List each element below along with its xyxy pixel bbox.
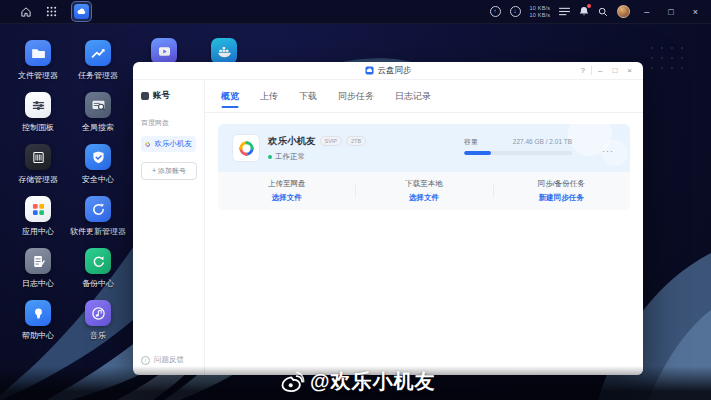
account-badge: SVIP [320, 136, 343, 146]
choose-file-link[interactable]: 选择文件 [218, 193, 355, 203]
tabs-bar: 概览 上传 下载 同步任务 日志记录 [205, 80, 643, 113]
quota-value: 227.46 GB / 2.01 TB [513, 138, 572, 145]
sidebar-header: 账号 [141, 90, 196, 102]
log-journal-icon [25, 248, 51, 274]
app-center-icon [25, 196, 51, 222]
accounts-icon [141, 92, 149, 100]
notification-bell-icon[interactable] [579, 6, 589, 17]
tab-download[interactable]: 下载 [299, 80, 317, 113]
desktop-icon-label: 应用中心 [8, 226, 68, 237]
titlebar-separator [591, 66, 592, 75]
desktop-icon-label: 存储管理器 [8, 174, 68, 185]
desktop-icon-label: 备份中心 [68, 278, 128, 289]
home-icon[interactable] [20, 6, 32, 18]
system-topbar: ↑ ↓ 10 KB/s 10 KB/s – □ × [0, 0, 711, 24]
storage-icon [25, 144, 51, 170]
choose-file-link[interactable]: 选择文件 [355, 193, 492, 203]
new-sync-task-link[interactable]: 新建同步任务 [493, 193, 630, 203]
window-close-button[interactable]: × [623, 62, 636, 80]
movie-play-icon [151, 38, 177, 64]
desktop-icon-log-center[interactable]: 日志中心 [8, 248, 68, 289]
desktop-icon-label: 软件更新管理器 [68, 226, 128, 237]
desktop-icon-app-center[interactable]: 应用中心 [8, 196, 68, 237]
taskbar-running-app-icon[interactable] [71, 1, 92, 22]
account-name: 欢乐小机友 [268, 135, 316, 148]
account-badge: 2TB [346, 136, 366, 146]
download-speed-icon[interactable]: ↓ [510, 6, 521, 17]
app-window: 云盘同步 ? – □ × 账号 百度网盘 [133, 62, 643, 375]
sidebar-section-label: 百度网盘 [141, 118, 196, 128]
desktop-icon-global-search[interactable]: 全局搜索 [68, 92, 128, 133]
quota-section: 容量 227.46 GB / 2.01 TB [464, 137, 572, 155]
chart-icon [85, 40, 111, 66]
watermark-text: @欢乐小机友 [310, 368, 436, 395]
net-speed-up: 10 KB/s [530, 5, 551, 12]
lightbulb-icon [25, 300, 51, 326]
system-maximize-button[interactable]: □ [663, 0, 678, 24]
status-dot [268, 155, 272, 159]
window-minimize-button[interactable]: – [594, 62, 606, 80]
feedback-button[interactable]: ! 问题反馈 [141, 355, 184, 365]
desktop-icon-help-center[interactable]: 帮助中心 [8, 300, 68, 341]
desktop-icon-label: 音乐 [68, 330, 128, 341]
desktop-icon-label: 安全中心 [68, 174, 128, 185]
docker-whale-icon [211, 38, 237, 64]
window-content: 概览 上传 下载 同步任务 日志记录 [205, 80, 643, 375]
window-help-button[interactable]: ? [577, 62, 589, 80]
update-refresh-icon [85, 196, 111, 222]
sidebar-account-name: 欢乐小机友 [155, 139, 193, 149]
task-list-icon[interactable] [559, 7, 570, 16]
quota-progress-fill [464, 151, 491, 155]
desktop-icon-movies[interactable] [134, 38, 194, 64]
network-speeds: 10 KB/s 10 KB/s [530, 5, 551, 18]
tab-logs[interactable]: 日志记录 [395, 80, 431, 113]
tab-sync-tasks[interactable]: 同步任务 [338, 80, 374, 113]
desktop-icon-security-center[interactable]: 安全中心 [68, 144, 128, 185]
window-titlebar[interactable]: 云盘同步 ? – □ × [133, 62, 643, 80]
system-close-button[interactable]: × [688, 0, 703, 24]
window-title: 云盘同步 [378, 65, 412, 77]
desktop-icon-backup-center[interactable]: 备份中心 [68, 248, 128, 289]
window-title-icon [365, 66, 374, 75]
user-avatar[interactable] [617, 5, 630, 18]
desktop-icon-task-manager[interactable]: 任务管理器 [68, 40, 128, 81]
desktop-icon-file-manager[interactable]: 文件管理器 [8, 40, 68, 81]
desktop-icon-music[interactable]: 音乐 [68, 300, 128, 341]
quota-progress-bar [464, 151, 572, 155]
sidebar-account-item[interactable]: 欢乐小机友 [141, 136, 196, 152]
tab-upload[interactable]: 上传 [260, 80, 278, 113]
action-upload: 上传至网盘 选择文件 [218, 179, 355, 203]
shield-icon [85, 144, 111, 170]
desktop-icon-software-update[interactable]: 软件更新管理器 [68, 196, 128, 237]
sliders-icon [25, 92, 51, 118]
desktop-icon-storage-manager[interactable]: 存储管理器 [8, 144, 68, 185]
action-title: 上传至网盘 [218, 179, 355, 189]
add-account-button[interactable]: + 添加账号 [141, 162, 197, 180]
music-icon [85, 300, 111, 326]
app-grid-icon[interactable] [46, 6, 57, 17]
window-maximize-button[interactable]: □ [608, 62, 621, 80]
system-minimize-button[interactable]: – [639, 0, 654, 24]
desktop-icon-label: 全局搜索 [68, 122, 128, 133]
backup-sync-icon [85, 248, 111, 274]
account-status: 工作正常 [275, 152, 305, 162]
card-actions: 上传至网盘 选择文件 下载至本地 选择文件 同步/备份任务 新建同步任务 [218, 172, 630, 210]
desktop-icon-label: 文件管理器 [8, 70, 68, 81]
net-speed-down: 10 KB/s [530, 12, 551, 19]
action-title: 同步/备份任务 [493, 179, 630, 189]
netdisk-logo [232, 134, 260, 162]
feedback-icon: ! [141, 356, 150, 365]
folder-icon [25, 40, 51, 66]
desktop-icon-control-panel[interactable]: 控制面板 [8, 92, 68, 133]
desktop-icon-label: 控制面板 [8, 122, 68, 133]
search-icon[interactable] [598, 7, 608, 17]
window-sidebar: 账号 百度网盘 欢乐小机友 + 添加账号 ! 问题反馈 [133, 80, 205, 375]
cloud-app-icon [74, 4, 89, 19]
netdisk-logo-icon [145, 140, 151, 149]
desktop-icon-docker[interactable] [194, 38, 254, 64]
upload-speed-icon[interactable]: ↑ [490, 6, 501, 17]
sidebar-header-label: 账号 [153, 90, 170, 102]
tab-overview[interactable]: 概览 [221, 80, 239, 113]
card-more-button[interactable]: ··· [602, 146, 614, 156]
desktop-icon-label: 帮助中心 [8, 330, 68, 341]
